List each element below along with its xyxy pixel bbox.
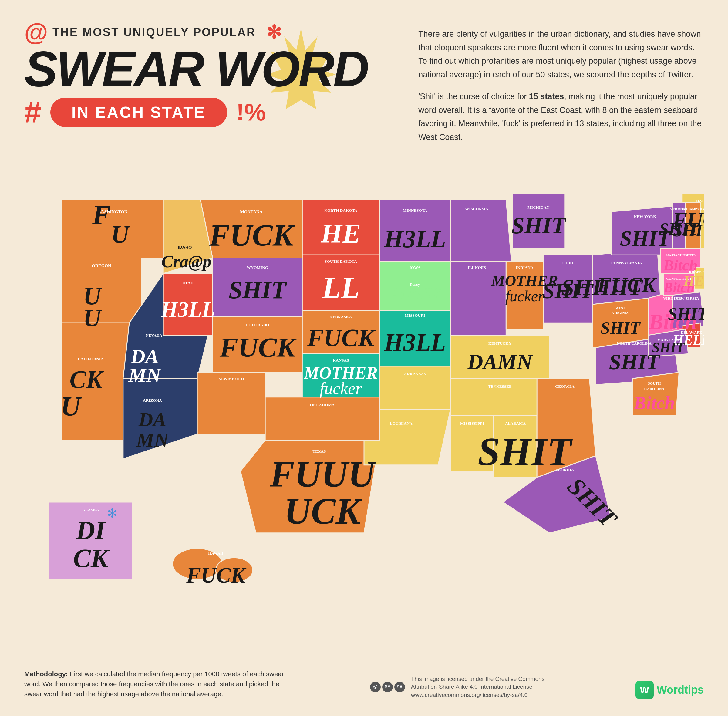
svg-text:SOUTH: SOUTH [648, 381, 661, 385]
svg-text:H3LL: H3LL [384, 225, 446, 253]
svg-text:DA: DA [138, 409, 167, 431]
svg-text:LOUISIANA: LOUISIANA [390, 422, 413, 426]
svg-text:NORTH DAKOTA: NORTH DAKOTA [324, 208, 357, 213]
svg-text:INDIANA: INDIANA [516, 265, 533, 270]
map-section: WASHINGTON F U MONTANA FUCK IDAHO Cra@p … [24, 162, 704, 642]
svg-text:MAINE: MAINE [695, 199, 704, 203]
svg-text:MN: MN [136, 429, 169, 451]
svg-text:fucker: fucker [320, 379, 362, 398]
svg-text:MONTANA: MONTANA [240, 209, 263, 214]
us-map-svg: WASHINGTON F U MONTANA FUCK IDAHO Cra@p … [24, 162, 704, 642]
wordtips-icon: W [635, 681, 654, 699]
svg-text:HELL: HELL [683, 274, 704, 289]
svg-text:fucker: fucker [505, 288, 544, 305]
svg-text:WYOMING: WYOMING [247, 265, 268, 270]
cc-circle-2: BY [382, 682, 393, 692]
cc-circle-1: © [370, 682, 381, 692]
description-section: There are plenty of vulgarities in the u… [418, 18, 704, 144]
svg-text:SHIT: SHIT [601, 319, 641, 337]
svg-text:PUSSY: PUSSY [388, 285, 442, 303]
svg-text:Bitch: Bitch [633, 393, 675, 414]
hash-symbol: # [24, 95, 41, 129]
svg-text:SHIT: SHIT [478, 429, 573, 474]
exclaim-percent: !% [236, 98, 266, 126]
svg-text:U: U [83, 304, 103, 332]
svg-text:HE: HE [320, 218, 361, 249]
svg-marker-11 [197, 373, 265, 434]
svg-text:IDAHO: IDAHO [178, 245, 192, 250]
svg-text:CALIFORNIA: CALIFORNIA [78, 356, 104, 361]
svg-text:ILLIONIS: ILLIONIS [468, 265, 486, 270]
svg-text:MISSOURI: MISSOURI [405, 313, 425, 318]
svg-text:FUCK: FUCK [219, 332, 297, 363]
desc-p2-start: 'Shit' is the curse of choice for [418, 92, 529, 101]
svg-text:CK: CK [70, 366, 104, 393]
svg-text:FUCK: FUCK [307, 324, 376, 352]
svg-text:Cra@p: Cra@p [161, 252, 211, 271]
svg-text:MISSISSIPPI: MISSISSIPPI [460, 422, 484, 426]
svg-text:IOWA: IOWA [410, 265, 421, 270]
svg-text:KANSAS: KANSAS [333, 358, 349, 363]
svg-text:SHIIIIT: SHIIIIT [561, 275, 643, 300]
svg-text:SHIT: SHIT [511, 213, 567, 238]
svg-text:KENTUCKY: KENTUCKY [488, 341, 512, 346]
svg-text:UTAH: UTAH [182, 281, 194, 285]
header-section: @ THE MOST UNIQUELY POPULAR ✻ SWEAR WORD… [24, 18, 704, 144]
svg-text:FUCK: FUCK [186, 563, 247, 587]
methodology-block: Methodology: First we calculated the med… [24, 669, 297, 699]
svg-text:NEW YORK: NEW YORK [634, 214, 657, 219]
svg-text:LL: LL [322, 271, 359, 305]
svg-text:MINNESOTA: MINNESOTA [403, 208, 428, 213]
svg-text:U: U [61, 391, 82, 422]
title-main-text: SWEAR WORD [24, 48, 398, 90]
svg-text:ARIZONA: ARIZONA [143, 398, 162, 403]
svg-text:GEORGIA: GEORGIA [555, 384, 575, 389]
svg-text:NEW MEXICO: NEW MEXICO [218, 377, 244, 381]
svg-text:FUCK: FUCK [209, 218, 295, 252]
svg-text:COLORADO: COLORADO [246, 323, 269, 327]
svg-text:TENNESSEE: TENNESSEE [488, 384, 512, 389]
svg-text:NEBRASKA: NEBRASKA [330, 315, 352, 319]
svg-text:H3LL: H3LL [161, 297, 215, 321]
svg-text:VIRGINIA: VIRGINIA [612, 311, 628, 315]
svg-text:WEST: WEST [616, 306, 625, 310]
license-text: This image is licensed under the Creativ… [411, 675, 563, 699]
svg-text:ALASKA: ALASKA [82, 508, 99, 513]
svg-text:SHIT: SHIT [652, 340, 685, 355]
svg-text:CAROLINA: CAROLINA [644, 387, 664, 391]
svg-text:TEXAS: TEXAS [312, 449, 326, 454]
title-section: @ THE MOST UNIQUELY POPULAR ✻ SWEAR WORD… [24, 18, 398, 129]
svg-text:✻: ✻ [107, 507, 117, 520]
svg-text:PENNSYLVANIA: PENNSYLVANIA [611, 261, 642, 265]
svg-text:U: U [111, 221, 130, 248]
desc-p2-bold1: 15 states [529, 92, 564, 101]
description-paragraph2: 'Shit' is the curse of choice for 15 sta… [418, 90, 704, 144]
title-top-text: THE MOST UNIQUELY POPULAR [53, 26, 256, 39]
svg-text:NORTH CAROLINA: NORTH CAROLINA [617, 341, 652, 346]
svg-text:NEW JERSEY: NEW JERSEY [676, 296, 700, 301]
svg-text:SHIT: SHIT [229, 276, 287, 304]
cc-icon-group: © BY SA [370, 682, 405, 692]
svg-text:CK: CK [73, 544, 110, 573]
svg-text:NEVADA: NEVADA [146, 334, 162, 338]
svg-text:MN: MN [128, 364, 162, 386]
svg-text:HAWAII: HAWAII [208, 551, 223, 555]
svg-text:WISCONSIN: WISCONSIN [465, 206, 489, 211]
svg-text:NEW HAMPSHIRE: NEW HAMPSHIRE [679, 208, 704, 211]
svg-text:FLORIDA: FLORIDA [555, 467, 574, 472]
svg-text:SHIT: SHIT [668, 305, 704, 324]
svg-text:H3LL: H3LL [384, 329, 446, 356]
svg-text:F: F [92, 199, 111, 230]
svg-text:OKLAHOMA: OKLAHOMA [310, 403, 335, 408]
svg-text:ARKANSAS: ARKANSAS [404, 372, 426, 376]
svg-text:MICHIGAN: MICHIGAN [528, 205, 549, 209]
license-section: © BY SA This image is licensed under the… [370, 675, 563, 699]
svg-text:OHIO: OHIO [563, 261, 573, 265]
page-container: @ THE MOST UNIQUELY POPULAR ✻ SWEAR WORD… [0, 0, 728, 716]
svg-text:DI: DI [76, 516, 106, 545]
svg-text:SOUTH DAKOTA: SOUTH DAKOTA [325, 259, 357, 264]
title-banner-text: IN EACH STATE [71, 103, 206, 121]
wordtips-brand-name: Wordtips [657, 684, 704, 696]
footer-section: Methodology: First we calculated the med… [24, 660, 704, 699]
svg-text:OREGON: OREGON [92, 263, 111, 268]
